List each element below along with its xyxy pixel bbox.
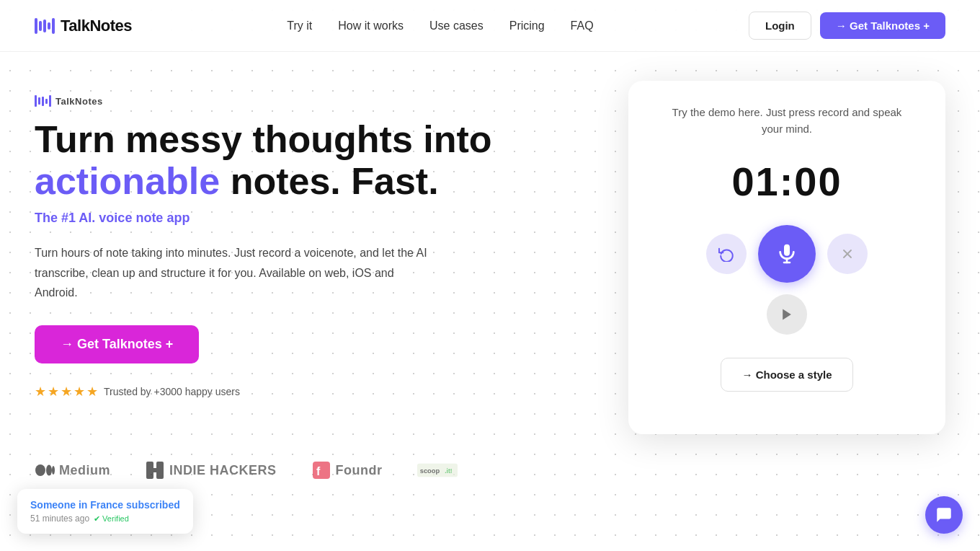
star-1: ★: [35, 384, 46, 400]
svg-point-8: [52, 466, 55, 475]
star-5: ★: [86, 384, 98, 400]
notification-time: 51 minutes ago: [30, 513, 89, 524]
main-content: TalkNotes Turn messy thoughts into actio…: [0, 52, 980, 449]
logo-text: TalkNotes: [61, 17, 132, 35]
svg-rect-11: [146, 468, 164, 472]
nav-link-use-cases[interactable]: Use cases: [429, 19, 484, 32]
hero-heading: Turn messy thoughts into actionable note…: [35, 118, 525, 202]
indie-hackers-icon: [145, 460, 165, 480]
demo-controls-row: [706, 225, 868, 283]
get-talknotes-nav-button[interactable]: → Get Talknotes +: [820, 12, 945, 39]
star-4: ★: [74, 384, 85, 400]
notification-meta: 51 minutes ago ✔ Verified: [30, 513, 180, 524]
svg-rect-12: [313, 462, 330, 479]
close-icon: [840, 247, 855, 261]
play-icon: [780, 307, 794, 322]
star-3: ★: [61, 384, 72, 400]
logo-foundr: f Foundr: [311, 460, 383, 480]
svg-point-7: [46, 465, 52, 476]
demo-instruction: Try the demo here. Just press record and…: [672, 104, 902, 138]
hero-logo-bar-1: [35, 95, 37, 107]
medium-icon: [35, 460, 55, 480]
nav-link-how-it-works[interactable]: How it works: [338, 19, 404, 32]
hero-description: Turn hours of note taking into minutes. …: [35, 243, 438, 302]
demo-mic-button[interactable]: [758, 225, 816, 283]
svg-rect-0: [784, 244, 790, 255]
foundr-icon: f: [311, 460, 331, 480]
trusted-row: ★ ★ ★ ★ ★ Trusted by +3000 happy users: [35, 384, 525, 400]
nav-link-try-it[interactable]: Try it: [287, 19, 312, 32]
svg-text:.it!: .it!: [445, 467, 452, 475]
refresh-icon: [718, 246, 734, 262]
logo-medium: Medium: [35, 460, 110, 480]
navbar: TalkNotes Try it How it works Use cases …: [0, 0, 980, 52]
hero-logo-icon: [35, 95, 51, 107]
nav-actions: Login → Get Talknotes +: [749, 12, 945, 40]
svg-text:scoop: scoop: [419, 467, 440, 475]
svg-marker-5: [783, 309, 791, 319]
demo-close-button[interactable]: [827, 234, 868, 274]
notification-verified: ✔ Verified: [94, 514, 129, 524]
notification-text: Someone in France subscribed: [30, 499, 180, 511]
logo-bar-2: [39, 21, 42, 31]
chat-widget[interactable]: [925, 496, 963, 534]
login-button[interactable]: Login: [749, 12, 811, 40]
hero-logo-bar-3: [42, 97, 44, 106]
chat-icon: [935, 506, 953, 524]
logo-bar-4: [48, 22, 50, 30]
svg-point-6: [35, 464, 45, 476]
logo-bar-5: [52, 18, 55, 34]
star-2: ★: [48, 384, 59, 400]
hero-logo-bar-5: [49, 95, 51, 107]
hero-logo-bar-2: [38, 97, 40, 105]
medium-label: Medium: [59, 463, 110, 478]
notification-popup: Someone in France subscribed 51 minutes …: [17, 489, 193, 534]
get-talknotes-hero-button[interactable]: → Get Talknotes +: [35, 325, 199, 363]
demo-choose-style-button[interactable]: → Choose a style: [721, 358, 852, 392]
svg-text:f: f: [316, 465, 321, 477]
mic-icon: [775, 242, 798, 265]
demo-timer: 01:00: [731, 158, 842, 205]
hero-logo-bar-4: [45, 99, 48, 104]
logo-bar-1: [35, 18, 37, 34]
nav-logo[interactable]: TalkNotes: [35, 17, 132, 35]
scoop-icon: scoop .it!: [417, 460, 458, 480]
stars: ★ ★ ★ ★ ★: [35, 384, 98, 400]
nav-links: Try it How it works Use cases Pricing FA…: [287, 19, 593, 32]
foundr-label: Foundr: [336, 463, 383, 478]
logo-icon: [35, 18, 55, 34]
hero-small-logo: TalkNotes: [35, 95, 525, 107]
hero-left: TalkNotes Turn messy thoughts into actio…: [35, 81, 525, 400]
demo-play-button[interactable]: [767, 294, 807, 335]
logo-bar-3: [43, 19, 46, 32]
nav-link-faq[interactable]: FAQ: [571, 19, 594, 32]
demo-card: Try the demo here. Just press record and…: [628, 81, 945, 434]
logo-scoop: scoop .it!: [417, 460, 458, 480]
indie-hackers-label: INDIE HACKERS: [169, 463, 277, 478]
demo-refresh-button[interactable]: [706, 234, 747, 274]
trusted-text: Trusted by +3000 happy users: [104, 386, 240, 397]
notification-country: France: [90, 499, 123, 511]
hero-logo-text: TalkNotes: [55, 96, 103, 107]
logos-bar: Medium INDIE HACKERS f Foundr scoop .it!: [0, 449, 980, 492]
logo-indie-hackers: INDIE HACKERS: [145, 460, 277, 480]
hero-subheading: The #1 AI. voice note app: [35, 211, 525, 226]
nav-link-pricing[interactable]: Pricing: [509, 19, 545, 32]
